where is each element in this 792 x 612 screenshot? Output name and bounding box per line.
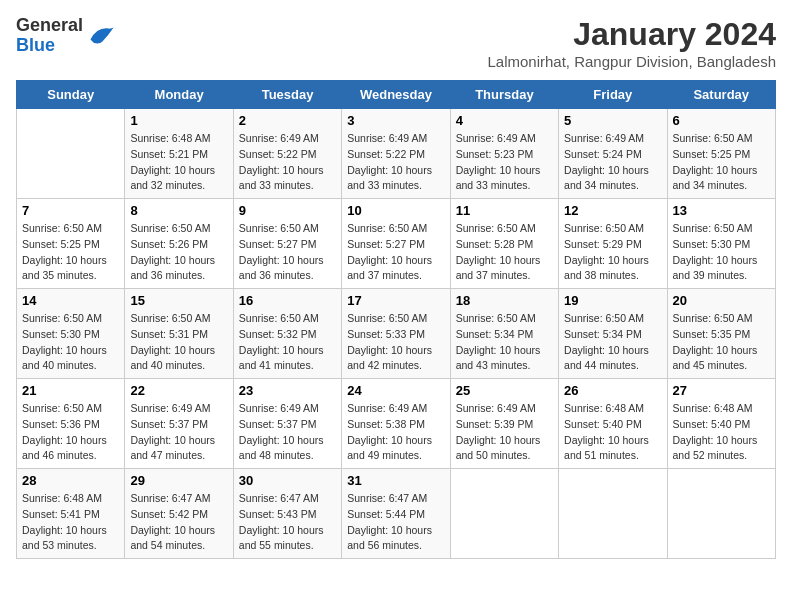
calendar-cell: 27Sunrise: 6:48 AMSunset: 5:40 PMDayligh… <box>667 379 775 469</box>
calendar-cell: 24Sunrise: 6:49 AMSunset: 5:38 PMDayligh… <box>342 379 450 469</box>
day-number: 24 <box>347 383 444 398</box>
day-detail: Sunrise: 6:47 AMSunset: 5:44 PMDaylight:… <box>347 491 444 554</box>
day-number: 11 <box>456 203 553 218</box>
header-thursday: Thursday <box>450 81 558 109</box>
day-number: 14 <box>22 293 119 308</box>
calendar-cell: 4Sunrise: 6:49 AMSunset: 5:23 PMDaylight… <box>450 109 558 199</box>
header-row: SundayMondayTuesdayWednesdayThursdayFrid… <box>17 81 776 109</box>
day-detail: Sunrise: 6:50 AMSunset: 5:27 PMDaylight:… <box>239 221 336 284</box>
calendar-cell: 14Sunrise: 6:50 AMSunset: 5:30 PMDayligh… <box>17 289 125 379</box>
day-detail: Sunrise: 6:50 AMSunset: 5:34 PMDaylight:… <box>456 311 553 374</box>
day-number: 13 <box>673 203 770 218</box>
calendar-cell: 6Sunrise: 6:50 AMSunset: 5:25 PMDaylight… <box>667 109 775 199</box>
day-number: 17 <box>347 293 444 308</box>
day-number: 18 <box>456 293 553 308</box>
day-number: 16 <box>239 293 336 308</box>
day-detail: Sunrise: 6:50 AMSunset: 5:28 PMDaylight:… <box>456 221 553 284</box>
calendar-week-row: 21Sunrise: 6:50 AMSunset: 5:36 PMDayligh… <box>17 379 776 469</box>
header-monday: Monday <box>125 81 233 109</box>
calendar-cell: 10Sunrise: 6:50 AMSunset: 5:27 PMDayligh… <box>342 199 450 289</box>
calendar-cell: 17Sunrise: 6:50 AMSunset: 5:33 PMDayligh… <box>342 289 450 379</box>
day-number: 8 <box>130 203 227 218</box>
day-detail: Sunrise: 6:50 AMSunset: 5:36 PMDaylight:… <box>22 401 119 464</box>
calendar-cell: 13Sunrise: 6:50 AMSunset: 5:30 PMDayligh… <box>667 199 775 289</box>
calendar-cell: 25Sunrise: 6:49 AMSunset: 5:39 PMDayligh… <box>450 379 558 469</box>
day-number: 21 <box>22 383 119 398</box>
calendar-cell: 26Sunrise: 6:48 AMSunset: 5:40 PMDayligh… <box>559 379 667 469</box>
calendar-cell: 1Sunrise: 6:48 AMSunset: 5:21 PMDaylight… <box>125 109 233 199</box>
day-number: 27 <box>673 383 770 398</box>
calendar-cell: 7Sunrise: 6:50 AMSunset: 5:25 PMDaylight… <box>17 199 125 289</box>
calendar-cell: 8Sunrise: 6:50 AMSunset: 5:26 PMDaylight… <box>125 199 233 289</box>
calendar-cell: 16Sunrise: 6:50 AMSunset: 5:32 PMDayligh… <box>233 289 341 379</box>
day-number: 29 <box>130 473 227 488</box>
day-number: 5 <box>564 113 661 128</box>
day-detail: Sunrise: 6:50 AMSunset: 5:29 PMDaylight:… <box>564 221 661 284</box>
day-number: 7 <box>22 203 119 218</box>
page-title: January 2024 <box>487 16 776 53</box>
logo: General Blue <box>16 16 115 56</box>
calendar-cell: 12Sunrise: 6:50 AMSunset: 5:29 PMDayligh… <box>559 199 667 289</box>
day-number: 26 <box>564 383 661 398</box>
day-detail: Sunrise: 6:49 AMSunset: 5:38 PMDaylight:… <box>347 401 444 464</box>
day-detail: Sunrise: 6:50 AMSunset: 5:26 PMDaylight:… <box>130 221 227 284</box>
day-detail: Sunrise: 6:49 AMSunset: 5:24 PMDaylight:… <box>564 131 661 194</box>
day-detail: Sunrise: 6:50 AMSunset: 5:27 PMDaylight:… <box>347 221 444 284</box>
day-detail: Sunrise: 6:48 AMSunset: 5:40 PMDaylight:… <box>673 401 770 464</box>
calendar-cell <box>17 109 125 199</box>
calendar-header: SundayMondayTuesdayWednesdayThursdayFrid… <box>17 81 776 109</box>
page-header: General Blue January 2024 Lalmonirhat, R… <box>16 16 776 70</box>
calendar-cell: 22Sunrise: 6:49 AMSunset: 5:37 PMDayligh… <box>125 379 233 469</box>
calendar-cell <box>450 469 558 559</box>
calendar-cell: 23Sunrise: 6:49 AMSunset: 5:37 PMDayligh… <box>233 379 341 469</box>
calendar-cell: 20Sunrise: 6:50 AMSunset: 5:35 PMDayligh… <box>667 289 775 379</box>
calendar-week-row: 28Sunrise: 6:48 AMSunset: 5:41 PMDayligh… <box>17 469 776 559</box>
day-detail: Sunrise: 6:49 AMSunset: 5:22 PMDaylight:… <box>239 131 336 194</box>
day-number: 4 <box>456 113 553 128</box>
day-number: 30 <box>239 473 336 488</box>
day-detail: Sunrise: 6:49 AMSunset: 5:22 PMDaylight:… <box>347 131 444 194</box>
day-number: 23 <box>239 383 336 398</box>
calendar-cell: 19Sunrise: 6:50 AMSunset: 5:34 PMDayligh… <box>559 289 667 379</box>
day-detail: Sunrise: 6:48 AMSunset: 5:40 PMDaylight:… <box>564 401 661 464</box>
calendar-cell: 31Sunrise: 6:47 AMSunset: 5:44 PMDayligh… <box>342 469 450 559</box>
day-detail: Sunrise: 6:50 AMSunset: 5:30 PMDaylight:… <box>22 311 119 374</box>
day-detail: Sunrise: 6:50 AMSunset: 5:34 PMDaylight:… <box>564 311 661 374</box>
day-number: 28 <box>22 473 119 488</box>
calendar-cell: 30Sunrise: 6:47 AMSunset: 5:43 PMDayligh… <box>233 469 341 559</box>
calendar-cell: 28Sunrise: 6:48 AMSunset: 5:41 PMDayligh… <box>17 469 125 559</box>
calendar-cell: 2Sunrise: 6:49 AMSunset: 5:22 PMDaylight… <box>233 109 341 199</box>
day-detail: Sunrise: 6:48 AMSunset: 5:41 PMDaylight:… <box>22 491 119 554</box>
day-detail: Sunrise: 6:47 AMSunset: 5:43 PMDaylight:… <box>239 491 336 554</box>
day-number: 20 <box>673 293 770 308</box>
day-number: 25 <box>456 383 553 398</box>
calendar-body: 1Sunrise: 6:48 AMSunset: 5:21 PMDaylight… <box>17 109 776 559</box>
title-block: January 2024 Lalmonirhat, Rangpur Divisi… <box>487 16 776 70</box>
calendar-cell: 3Sunrise: 6:49 AMSunset: 5:22 PMDaylight… <box>342 109 450 199</box>
day-detail: Sunrise: 6:50 AMSunset: 5:31 PMDaylight:… <box>130 311 227 374</box>
calendar-week-row: 7Sunrise: 6:50 AMSunset: 5:25 PMDaylight… <box>17 199 776 289</box>
calendar-week-row: 1Sunrise: 6:48 AMSunset: 5:21 PMDaylight… <box>17 109 776 199</box>
calendar-cell: 5Sunrise: 6:49 AMSunset: 5:24 PMDaylight… <box>559 109 667 199</box>
day-detail: Sunrise: 6:49 AMSunset: 5:37 PMDaylight:… <box>239 401 336 464</box>
day-number: 19 <box>564 293 661 308</box>
calendar-cell: 21Sunrise: 6:50 AMSunset: 5:36 PMDayligh… <box>17 379 125 469</box>
day-detail: Sunrise: 6:50 AMSunset: 5:35 PMDaylight:… <box>673 311 770 374</box>
header-tuesday: Tuesday <box>233 81 341 109</box>
day-detail: Sunrise: 6:48 AMSunset: 5:21 PMDaylight:… <box>130 131 227 194</box>
day-detail: Sunrise: 6:50 AMSunset: 5:25 PMDaylight:… <box>22 221 119 284</box>
day-number: 12 <box>564 203 661 218</box>
day-number: 10 <box>347 203 444 218</box>
logo-text: General Blue <box>16 16 83 56</box>
day-detail: Sunrise: 6:49 AMSunset: 5:23 PMDaylight:… <box>456 131 553 194</box>
header-saturday: Saturday <box>667 81 775 109</box>
calendar-cell: 15Sunrise: 6:50 AMSunset: 5:31 PMDayligh… <box>125 289 233 379</box>
day-detail: Sunrise: 6:50 AMSunset: 5:33 PMDaylight:… <box>347 311 444 374</box>
calendar-cell: 18Sunrise: 6:50 AMSunset: 5:34 PMDayligh… <box>450 289 558 379</box>
calendar-cell <box>559 469 667 559</box>
calendar-cell: 29Sunrise: 6:47 AMSunset: 5:42 PMDayligh… <box>125 469 233 559</box>
day-number: 9 <box>239 203 336 218</box>
calendar-cell <box>667 469 775 559</box>
day-number: 2 <box>239 113 336 128</box>
day-detail: Sunrise: 6:50 AMSunset: 5:32 PMDaylight:… <box>239 311 336 374</box>
